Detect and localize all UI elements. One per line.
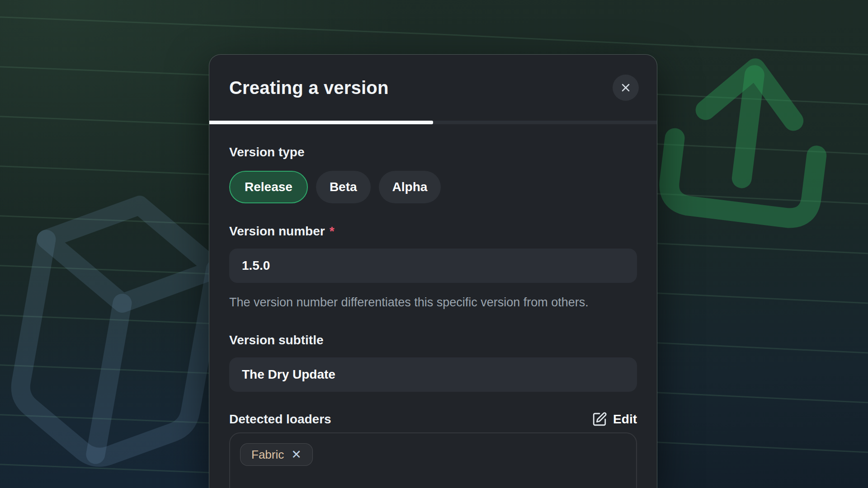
progress-bar (209, 121, 657, 124)
remove-loader-button[interactable]: ✕ (291, 449, 302, 461)
detected-loaders-label: Detected loaders (229, 412, 331, 427)
version-type-beta-button[interactable]: Beta (316, 171, 371, 203)
version-subtitle-input[interactable] (229, 357, 637, 392)
edit-icon (592, 412, 607, 427)
detected-loaders-row: Detected loaders Edit (229, 412, 637, 427)
edit-loaders-button[interactable]: Edit (592, 412, 637, 427)
version-type-options: Release Beta Alpha (229, 171, 637, 203)
version-type-release-button[interactable]: Release (229, 171, 308, 203)
upload-arrow-decoration (667, 60, 826, 221)
close-button[interactable] (613, 75, 639, 101)
modal-title: Creating a version (229, 78, 389, 98)
version-subtitle-label: Version subtitle (229, 333, 637, 347)
version-type-alpha-button[interactable]: Alpha (379, 171, 441, 203)
required-asterisk: * (330, 224, 335, 239)
modal-body: Version type Release Beta Alpha Version … (209, 145, 657, 488)
cube-decoration (10, 190, 224, 472)
progress-fill (209, 121, 433, 124)
loaders-chip-container: Fabric ✕ (229, 432, 637, 488)
x-icon: ✕ (291, 448, 302, 461)
version-number-help: The version number differentiates this s… (229, 294, 627, 311)
loader-chip-fabric: Fabric ✕ (240, 443, 313, 466)
loader-chip-label: Fabric (251, 448, 284, 462)
version-number-label-row: Version number * (229, 224, 637, 239)
version-number-input[interactable] (229, 249, 637, 283)
version-number-label: Version number (229, 224, 325, 239)
modal-header: Creating a version (209, 55, 657, 121)
close-icon (619, 81, 632, 94)
version-type-label: Version type (229, 145, 637, 160)
create-version-modal: Creating a version Version type Release … (209, 54, 657, 488)
edit-label: Edit (613, 412, 637, 427)
